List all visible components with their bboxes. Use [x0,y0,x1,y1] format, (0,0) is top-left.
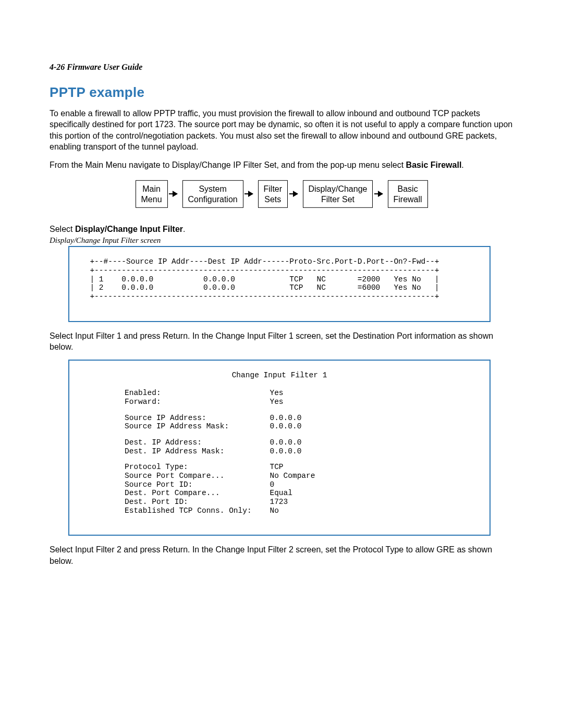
form-row: Dest. IP Address: 0.0.0.0 [125,438,478,447]
instr1c: . [183,225,185,233]
form-group-source-ip: Source IP Address: 0.0.0.0Source IP Addr… [125,414,478,431]
form-row: Source Port Compare... No Compare [125,472,478,480]
intro-paragraph-1: To enable a firewall to allow PPTP traff… [50,108,513,152]
arrow-icon [169,193,177,194]
paragraph-3: Select Input Filter 1 and press Return. … [50,330,513,353]
change-input-filter-panel: Change Input Filter 1 Enabled: YesForwar… [68,360,491,536]
intro-paragraph-2a: From the Main Menu navigate to Display/C… [50,161,406,169]
form-row: Established TCP Conns. Only: No [125,507,478,515]
form-group-enabled-forward: Enabled: YesForward: Yes [125,389,478,406]
crumb-display-change-filter-set: Display/Change Filter Set [303,180,373,207]
form-row: Protocol Type: TCP [125,463,478,472]
crumb-main-menu: Main Menu [136,180,168,207]
instruction-select-input-filter: Select Display/Change Input Filter. [50,225,513,234]
form-row: Dest. Port ID: 1723 [125,498,478,507]
form-row: Enabled: Yes [125,389,478,398]
form-row: Dest. Port Compare... Equal [125,489,478,498]
form-row: Forward: Yes [125,398,478,406]
page-title: PPTP example [50,84,513,101]
form-group-dest-ip: Dest. IP Address: 0.0.0.0Dest. IP Addres… [125,438,478,455]
crumb-system-configuration: System Configuration [182,180,243,207]
arrow-icon [289,193,298,194]
basic-firewall-bold: Basic Firewall [406,161,462,169]
form-row: Source IP Address Mask: 0.0.0.0 [125,422,478,431]
navigation-breadcrumb: Main Menu System Configuration Filter Se… [78,179,485,209]
display-change-input-filter-bold: Display/Change Input Filter [75,225,183,233]
intro-paragraph-2c: . [461,161,463,169]
form-row: Dest. IP Address Mask: 0.0.0.0 [125,447,478,456]
crumb-basic-firewall: Basic Firewall [388,180,428,207]
figure-caption-1: Display/Change Input Filter screen [50,236,513,245]
form-title: Change Input Filter 1 [81,371,478,379]
form-row: Source IP Address: 0.0.0.0 [125,414,478,423]
paragraph-4: Select Input Filter 2 and press Return. … [50,544,513,566]
form-group-protocol: Protocol Type: TCPSource Port Compare...… [125,463,478,515]
form-row: Source Port ID: 0 [125,480,478,489]
arrow-icon [244,193,253,194]
instr1a: Select [50,225,75,233]
arrow-icon [374,193,383,194]
intro-paragraph-2: From the Main Menu navigate to Display/C… [50,159,513,170]
filter-table-panel: +--#----Source IP Addr----Dest IP Addr--… [68,246,491,322]
crumb-filter-sets: Filter Sets [258,180,288,207]
document-page: 4-26 Firmware User Guide PPTP example To… [0,0,563,728]
page-header: 4-26 Firmware User Guide [50,63,513,72]
filter-table-ascii: +--#----Source IP Addr----Dest IP Addr--… [81,257,478,301]
